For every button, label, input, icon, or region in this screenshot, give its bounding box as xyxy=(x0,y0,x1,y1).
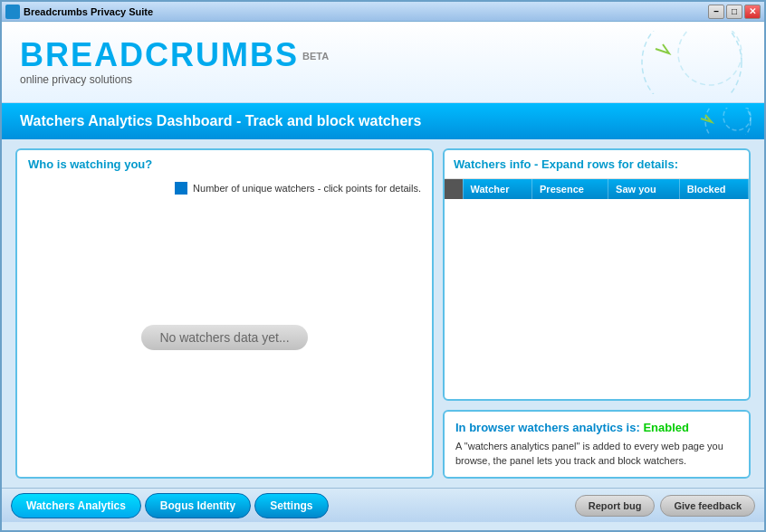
page-deco-svg xyxy=(646,108,755,135)
header: BREADCRUMBSBETA online privacy solutions xyxy=(2,22,764,103)
nav-buttons: Watchers Analytics Bogus Identity Settin… xyxy=(11,493,329,518)
give-feedback-button[interactable]: Give feedback xyxy=(660,495,755,517)
analytics-status-label: In browser watchers analytics is: xyxy=(455,421,640,434)
minimize-button[interactable]: – xyxy=(708,5,724,19)
title-bar: Breadcrumbs Privacy Suite – □ ✕ xyxy=(2,2,764,22)
no-data-text: No watchers data yet... xyxy=(159,330,289,345)
app-icon xyxy=(5,5,20,19)
page-title: Watchers Analytics Dashboard - Track and… xyxy=(20,113,421,129)
chart-legend: Number of unique watchers - click points… xyxy=(17,178,432,198)
chart-area: No watchers data yet... xyxy=(17,198,432,477)
title-bar-left: Breadcrumbs Privacy Suite xyxy=(5,5,153,19)
svg-point-1 xyxy=(678,31,742,85)
watchers-table: Watcher Presence Saw you Blocked xyxy=(445,179,749,362)
logo: BREADCRUMBSBETA xyxy=(20,39,329,71)
action-buttons: Report bug Give feedback xyxy=(575,495,755,517)
logo-text: BREADCRUMBS xyxy=(20,36,299,73)
nav-settings[interactable]: Settings xyxy=(254,493,328,518)
table-header: Watcher Presence Saw you Blocked xyxy=(445,179,749,199)
main-content: Who is watching you? Number of unique wa… xyxy=(2,139,764,488)
table-empty-cell xyxy=(445,199,749,362)
watchers-table-panel: Watchers info - Expand rows for details:… xyxy=(443,148,751,401)
col-expand xyxy=(445,179,463,199)
bottom-toolbar: Watchers Analytics Bogus Identity Settin… xyxy=(2,488,764,522)
svg-point-3 xyxy=(723,108,751,130)
page-title-decoration xyxy=(646,108,755,138)
analytics-status-title: In browser watchers analytics is: Enable… xyxy=(455,421,738,434)
nav-watchers-analytics[interactable]: Watchers Analytics xyxy=(11,493,141,518)
table-empty-row xyxy=(445,199,749,362)
nav-bogus-identity[interactable]: Bogus Identity xyxy=(145,493,251,518)
svg-point-0 xyxy=(642,31,742,94)
logo-area: BREADCRUMBSBETA online privacy solutions xyxy=(20,39,329,86)
legend-label: Number of unique watchers - click points… xyxy=(193,183,421,194)
no-data-badge: No watchers data yet... xyxy=(141,325,307,350)
col-presence: Presence xyxy=(532,179,608,199)
close-button[interactable]: ✕ xyxy=(744,5,761,19)
col-saw-you: Saw you xyxy=(608,179,680,199)
left-panel: Who is watching you? Number of unique wa… xyxy=(15,148,434,479)
right-panel: Watchers info - Expand rows for details:… xyxy=(443,148,751,479)
header-decoration xyxy=(565,31,746,94)
analytics-enabled-value: Enabled xyxy=(643,421,689,434)
table-body xyxy=(445,199,749,362)
deco-svg xyxy=(565,31,746,94)
beta-label: BETA xyxy=(302,51,329,62)
legend-color-box xyxy=(175,182,187,195)
table-header-row: Watcher Presence Saw you Blocked xyxy=(445,179,749,199)
analytics-status-description: A "watchers analytics panel" is added to… xyxy=(455,440,738,468)
maximize-button[interactable]: □ xyxy=(726,5,742,19)
svg-point-2 xyxy=(705,108,751,135)
left-panel-title: Who is watching you? xyxy=(17,150,432,178)
logo-subtitle: online privacy solutions xyxy=(20,73,329,86)
page-title-bar: Watchers Analytics Dashboard - Track and… xyxy=(2,103,764,139)
watchers-table-title: Watchers info - Expand rows for details: xyxy=(445,150,749,179)
analytics-status-panel: In browser watchers analytics is: Enable… xyxy=(443,410,751,479)
col-blocked: Blocked xyxy=(679,179,748,199)
window-title: Breadcrumbs Privacy Suite xyxy=(24,6,153,17)
col-watcher: Watcher xyxy=(463,179,532,199)
title-bar-buttons: – □ ✕ xyxy=(708,5,761,19)
report-bug-button[interactable]: Report bug xyxy=(575,495,656,517)
